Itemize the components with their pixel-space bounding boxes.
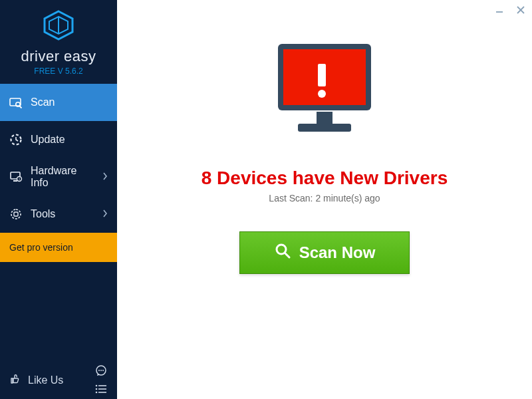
- main-panel: 8 Devices have New Drivers Last Scan: 2 …: [117, 0, 532, 399]
- chevron-right-icon: [102, 208, 108, 220]
- feedback-icon[interactable]: [94, 364, 108, 380]
- alert-monitor-icon: [265, 37, 384, 153]
- svg-point-29: [318, 90, 326, 98]
- sidebar-spacer: [0, 262, 117, 362]
- svg-rect-31: [298, 124, 351, 132]
- svg-rect-30: [317, 112, 332, 125]
- window-controls: [493, 4, 527, 16]
- like-us-label[interactable]: Like Us: [28, 374, 63, 386]
- sidebar-item-label: Hardware Info: [31, 165, 94, 189]
- last-scan-text: Last Scan: 2 minute(s) ago: [269, 193, 380, 203]
- sidebar-item-tools[interactable]: Tools: [0, 196, 117, 233]
- svg-text:i: i: [19, 177, 19, 181]
- sidebar-nav: Scan Update i Hardware Info: [0, 84, 117, 233]
- svg-point-18: [100, 370, 102, 371]
- hardware-info-icon: i: [9, 170, 23, 184]
- sidebar-item-label: Scan: [31, 96, 55, 108]
- scan-icon: [9, 96, 23, 109]
- svg-point-20: [96, 385, 98, 387]
- svg-rect-14: [11, 209, 21, 219]
- update-icon: [9, 133, 23, 146]
- sidebar-bottom: Like Us: [0, 362, 117, 399]
- get-pro-label: Get pro version: [9, 242, 73, 253]
- svg-line-33: [285, 253, 289, 257]
- get-pro-button[interactable]: Get pro version: [0, 233, 117, 262]
- sidebar-item-label: Update: [31, 134, 65, 146]
- scan-now-button[interactable]: Scan Now: [239, 231, 410, 274]
- sidebar-item-label: Tools: [31, 208, 55, 220]
- search-icon: [274, 242, 291, 263]
- sidebar-item-update[interactable]: Update: [0, 121, 117, 158]
- app-window: driver easy FREE V 5.6.2 Scan Update i: [0, 0, 532, 399]
- brand-name: driver easy: [21, 48, 96, 65]
- menu-list-icon[interactable]: [94, 384, 108, 396]
- svg-point-24: [96, 392, 98, 394]
- svg-rect-28: [318, 64, 326, 86]
- svg-rect-15: [14, 212, 18, 216]
- sidebar: driver easy FREE V 5.6.2 Scan Update i: [0, 0, 117, 399]
- thumbs-up-icon: [9, 373, 21, 388]
- svg-point-17: [98, 370, 100, 371]
- scan-now-label: Scan Now: [299, 243, 376, 262]
- version-label: FREE V 5.6.2: [34, 66, 82, 76]
- chevron-right-icon: [102, 171, 108, 183]
- scan-result-headline: 8 Devices have New Drivers: [201, 168, 448, 189]
- svg-rect-11: [13, 180, 17, 182]
- svg-point-22: [96, 388, 98, 390]
- sidebar-item-scan[interactable]: Scan: [0, 84, 117, 121]
- close-button[interactable]: [515, 4, 527, 16]
- tools-icon: [9, 207, 23, 221]
- minimize-button[interactable]: [493, 4, 505, 16]
- svg-line-8: [19, 106, 21, 108]
- logo-block: driver easy FREE V 5.6.2: [0, 0, 117, 84]
- logo-icon: [41, 9, 76, 44]
- sidebar-item-hardware-info[interactable]: i Hardware Info: [0, 158, 117, 196]
- svg-point-19: [102, 370, 104, 371]
